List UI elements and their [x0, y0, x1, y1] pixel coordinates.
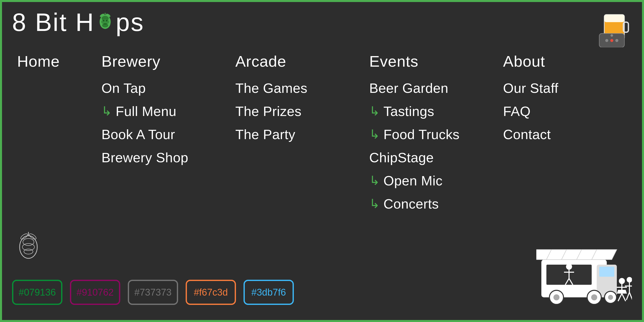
nav-events-tastings[interactable]: ↳ Tastings [369, 103, 493, 119]
color-swatches: #079136 #910762 #737373 #f67c3d #3db7f6 [12, 280, 294, 305]
swatch-gray: #737373 [128, 280, 178, 305]
svg-line-49 [622, 294, 626, 301]
nav-col-about: About Our Staff FAQ Contact [498, 52, 632, 219]
nav-col-home: Home [12, 52, 96, 219]
nav-brewery-bookatour[interactable]: Book A Tour [101, 127, 225, 142]
svg-point-35 [553, 294, 559, 300]
navigation: Home Brewery On Tap ↳ Full Menu Book A T… [12, 52, 632, 219]
sub-arrow-icon-5: ↳ [369, 196, 380, 211]
svg-point-17 [611, 34, 613, 37]
nav-events-beergarden[interactable]: Beer Garden [369, 80, 493, 96]
swatch-green: #079136 [12, 280, 62, 305]
nav-about-ourstaff[interactable]: Our Staff [503, 80, 627, 96]
swatch-blue: #3db7f6 [244, 280, 294, 305]
nav-col-events: Events Beer Garden ↳ Tastings ↳ Food Tru… [364, 52, 498, 219]
nav-brewery-shop[interactable]: Brewery Shop [101, 150, 225, 165]
logo: 8 Bit H ps [12, 10, 144, 35]
sub-arrow-icon: ↳ [101, 104, 112, 118]
swatch-purple: #910762 [70, 280, 120, 305]
svg-point-15 [610, 39, 613, 42]
nav-events-openmic-label: Open Mic [383, 173, 442, 188]
nav-events-openmic[interactable]: ↳ Open Mic [369, 173, 493, 188]
nav-arcade-prizes[interactable]: The Prizes [235, 103, 359, 119]
hop-logo-icon [95, 11, 115, 31]
svg-rect-9 [104, 23, 107, 24]
nav-about-faq[interactable]: FAQ [503, 103, 627, 119]
nav-events-tastings-label: Tastings [383, 103, 434, 119]
svg-point-14 [605, 39, 608, 42]
nav-arcade-games[interactable]: The Games [235, 80, 359, 96]
svg-line-55 [629, 292, 632, 300]
sub-arrow-icon-4: ↳ [369, 173, 380, 188]
nav-events-concerts-label: Concerts [383, 196, 439, 212]
nav-events-foodtrucks[interactable]: ↳ Food Trucks [369, 127, 493, 142]
svg-point-24 [28, 233, 37, 240]
logo-text: 8 Bit H [12, 10, 95, 35]
hop-decorative-icon [12, 229, 45, 262]
nav-brewery-fullmenu-label: Full Menu [116, 103, 177, 119]
nav-events-chipstage[interactable]: ChipStage [369, 150, 493, 165]
svg-point-39 [608, 295, 613, 300]
svg-rect-11 [604, 15, 624, 22]
nav-events-concerts[interactable]: ↳ Concerts [369, 196, 493, 212]
svg-point-37 [591, 294, 597, 300]
svg-point-23 [20, 233, 28, 240]
nav-about-contact[interactable]: Contact [503, 127, 627, 142]
brand-icon [592, 7, 632, 47]
nav-brewery-ontap[interactable]: On Tap [101, 80, 225, 96]
logo-text-2: ps [116, 10, 144, 35]
nav-home[interactable]: Home [17, 52, 91, 70]
svg-point-40 [566, 264, 572, 270]
svg-rect-8 [106, 20, 107, 21]
sub-arrow-icon-3: ↳ [369, 127, 380, 142]
svg-rect-27 [599, 267, 614, 277]
nav-brewery-fullmenu[interactable]: ↳ Full Menu [101, 103, 225, 119]
svg-point-20 [22, 244, 34, 251]
svg-point-45 [619, 278, 625, 284]
svg-marker-50 [617, 290, 627, 294]
svg-marker-29 [536, 250, 617, 260]
nav-arcade-header[interactable]: Arcade [235, 52, 359, 70]
svg-point-21 [24, 249, 33, 254]
nav-events-foodtrucks-label: Food Trucks [383, 127, 460, 142]
svg-point-16 [615, 39, 618, 42]
svg-rect-7 [103, 20, 104, 21]
sub-arrow-icon-2: ↳ [369, 104, 380, 118]
nav-about-header[interactable]: About [503, 52, 627, 70]
nav-brewery-header[interactable]: Brewery [101, 52, 225, 70]
nav-col-arcade: Arcade The Games The Prizes The Party [230, 52, 364, 219]
swatch-orange: #f67c3d [186, 280, 236, 305]
svg-line-48 [618, 294, 622, 301]
food-truck-icon [536, 239, 632, 310]
svg-point-51 [627, 277, 632, 283]
nav-col-brewery: Brewery On Tap ↳ Full Menu Book A Tour B… [96, 52, 230, 219]
nav-events-header[interactable]: Events [369, 52, 493, 70]
nav-arcade-party[interactable]: The Party [235, 127, 359, 142]
